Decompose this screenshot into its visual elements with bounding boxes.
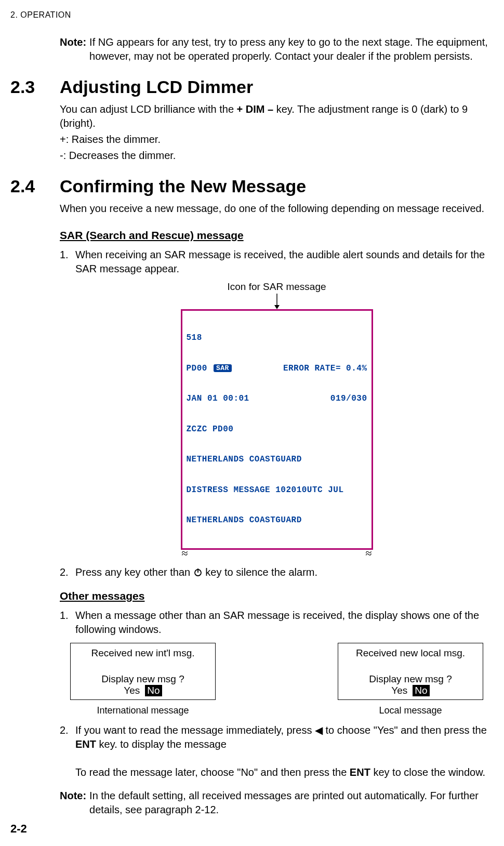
list-number: 2.	[60, 565, 75, 580]
option-yes: Yes	[391, 685, 407, 696]
text-run: key. to display the message	[96, 738, 227, 750]
yes-no-row: Yes No	[124, 685, 162, 696]
text-run: key to silence the alarm.	[205, 566, 317, 578]
local-message-figure: Received new local msg. Display new msg …	[338, 643, 483, 716]
figure-caption: Icon for SAR message	[181, 281, 373, 293]
option-no-selected: No	[145, 685, 162, 696]
continuation-marks: ≈ ≈	[181, 547, 373, 560]
running-header: 2. OPERATION	[10, 10, 494, 20]
dialog-box: Received new int'l msg. Display new msg …	[70, 643, 216, 700]
lcd-text: JAN 01 00:01	[187, 394, 249, 404]
ordered-item-1: 1. When receiving an SAR message is rece…	[60, 248, 494, 276]
paragraph: -: Decreases the dimmer.	[60, 149, 494, 163]
lcd-text: ERROR RATE= 0.4%	[283, 364, 367, 374]
dialog-title: Received new int'l msg.	[75, 647, 211, 659]
sar-badge-icon: SAR	[214, 364, 232, 373]
lcd-line: NETHERLANDS COASTGUARD	[187, 455, 367, 465]
tilde-icon: ≈	[365, 547, 372, 560]
lcd-screenshot: 518 PD00 SAR ERROR RATE= 0.4% JAN 01 00:…	[181, 309, 373, 550]
figure-caption: International message	[70, 705, 216, 716]
list-text: When a message other than an SAR message…	[75, 609, 494, 637]
lcd-line: JAN 01 00:01 019/030	[187, 394, 367, 404]
section-number: 2.3	[10, 77, 60, 97]
svg-marker-1	[274, 305, 280, 309]
list-text: If you want to read the message immediat…	[75, 723, 494, 779]
key-name: + DIM –	[237, 103, 274, 115]
lcd-line: ZCZC PD00	[187, 425, 367, 435]
dialog-question: Display new msg ?	[342, 673, 479, 685]
power-icon	[193, 566, 203, 580]
lcd-line: 518	[187, 333, 367, 343]
text-run: If you want to read the message immediat…	[75, 724, 487, 736]
list-number: 2.	[60, 723, 75, 779]
list-text: When receiving an SAR message is receive…	[75, 248, 494, 276]
tilde-icon: ≈	[182, 547, 188, 560]
text-run: To read the message later, choose "No" a…	[75, 766, 350, 778]
note-text: If NG appears for any test, try to press…	[89, 35, 494, 63]
ordered-item-1: 1. When a message other than an SAR mess…	[60, 609, 494, 637]
key-name: ENT	[75, 738, 96, 750]
message-dialog-figures: Received new int'l msg. Display new msg …	[70, 643, 483, 716]
lcd-line: DISTRESS MESSAGE 102010UTC JUL	[187, 485, 367, 496]
ordered-item-2: 2. Press any key other than key to silen…	[60, 565, 494, 580]
list-number: 1.	[60, 248, 75, 276]
key-name: ENT	[350, 766, 370, 778]
list-number: 1.	[60, 609, 75, 637]
dialog-question: Display new msg ?	[75, 673, 211, 685]
dialog-box: Received new local msg. Display new msg …	[338, 643, 483, 700]
figure-caption: Local message	[338, 705, 483, 716]
note-ng: Note: If NG appears for any test, try to…	[60, 35, 494, 63]
note-label: Note:	[60, 789, 86, 817]
lcd-text: 019/030	[330, 394, 367, 404]
ordered-item-2: 2. If you want to read the message immed…	[60, 723, 494, 779]
yes-no-row: Yes No	[391, 685, 429, 696]
sar-figure: Icon for SAR message 518 PD00 SAR ERROR …	[181, 281, 373, 560]
section-title: Confirming the New Message	[60, 176, 306, 196]
note-default-print: Note: In the default setting, all receiv…	[60, 789, 494, 817]
text-run: Press any key other than	[75, 566, 193, 578]
lcd-line: PD00 SAR ERROR RATE= 0.4%	[187, 364, 367, 374]
section-number: 2.4	[10, 176, 60, 196]
intl-message-figure: Received new int'l msg. Display new msg …	[70, 643, 216, 716]
page: 2. OPERATION Note: If NG appears for any…	[0, 0, 504, 846]
arrow-down-icon	[181, 294, 373, 309]
dialog-title: Received new local msg.	[342, 647, 479, 659]
paragraph: When you receive a new message, do one o…	[60, 202, 494, 216]
section-2-3-heading: 2.3 Adjusting LCD Dimmer	[10, 77, 494, 97]
subheading-sar: SAR (Search and Rescue) message	[60, 229, 494, 242]
lcd-text: PD00	[187, 364, 207, 373]
page-number: 2-2	[10, 822, 27, 836]
subheading-other: Other messages	[60, 590, 494, 602]
lcd-line: NETHERLANDS COASTGUARD	[187, 515, 367, 526]
paragraph: You can adjust LCD brilliance with the +…	[60, 102, 494, 130]
text-run: key to close the window.	[370, 766, 485, 778]
option-no-selected: No	[413, 685, 429, 696]
option-yes: Yes	[124, 685, 140, 696]
section-title: Adjusting LCD Dimmer	[60, 77, 253, 97]
list-text: Press any key other than key to silence …	[75, 565, 494, 580]
paragraph: +: Raises the dimmer.	[60, 133, 494, 147]
note-label: Note:	[60, 35, 86, 63]
note-text: In the default setting, all received mes…	[89, 789, 494, 817]
text-run: You can adjust LCD brilliance with the	[60, 103, 237, 115]
section-2-4-heading: 2.4 Confirming the New Message	[10, 176, 494, 196]
